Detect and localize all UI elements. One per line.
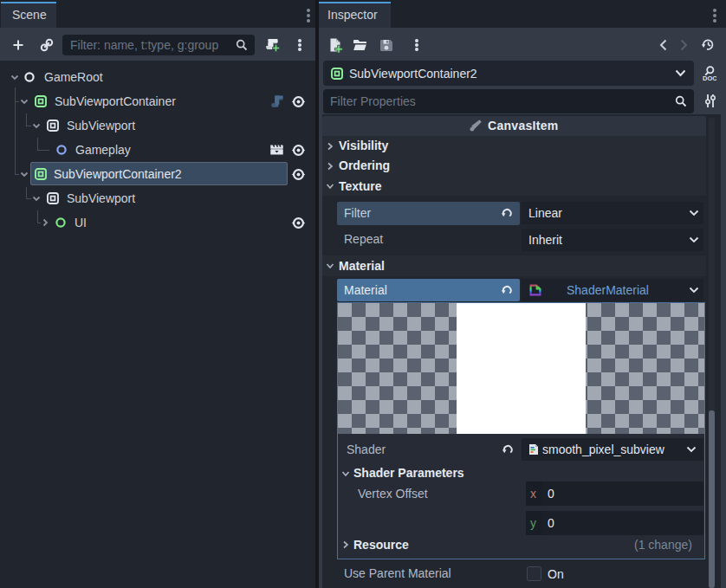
svg-text:DOC: DOC	[703, 74, 716, 82]
